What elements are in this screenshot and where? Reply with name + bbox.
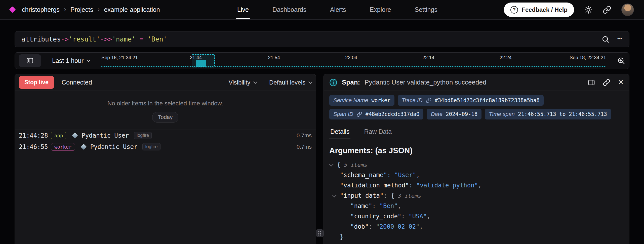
collapse-caret-icon[interactable] (332, 193, 337, 197)
scope-badge: app (51, 132, 66, 139)
span-time: 21:44:28 (19, 132, 51, 139)
tab-details[interactable]: Details (329, 125, 350, 139)
json-separator: : (369, 223, 376, 230)
detail-content: Arguments: (as JSON) {5 items "schema_na… (324, 139, 629, 242)
link-icon (426, 98, 431, 103)
timeline-tick: 22:04 (345, 55, 357, 60)
breadcrumb: christophergs › Projects › example-appli… (22, 6, 160, 14)
open-panel-icon[interactable] (588, 79, 595, 86)
empty-window-message: No older items in the selected time wind… (15, 100, 316, 107)
nav-tab-settings[interactable]: Settings (413, 0, 438, 19)
time-span-badge[interactable]: Time span 21:46:55.713 to 21:46:55.713 (485, 109, 611, 119)
query-segment: -> (61, 35, 69, 43)
time-range-label: Last 1 hour (52, 57, 84, 64)
json-separator: : (383, 192, 391, 199)
detail-header-actions: ✕ (588, 79, 624, 86)
timeline-histogram-bar (196, 60, 206, 67)
json-key: "validation_method" (340, 182, 409, 189)
user-avatar[interactable] (621, 4, 634, 16)
span-duration: 0.7ms (291, 144, 312, 150)
json-key: "input_data" (340, 192, 383, 199)
span-time: 21:46:55 (19, 143, 51, 150)
nav-tab-explore[interactable]: Explore (369, 0, 392, 19)
visibility-dropdown[interactable]: Visibility (229, 79, 257, 86)
query-segment: 'result' (69, 35, 100, 43)
chevron-down-icon (253, 80, 257, 84)
json-line: "name": "Ben", (329, 201, 624, 211)
timeline-strip[interactable]: Sep 18, 21:34:21 21:44 21:54 22:04 22:14… (101, 53, 606, 69)
span-title: Pydantic User (82, 132, 129, 139)
nav-tab-dashboards[interactable]: Dashboards (271, 0, 308, 19)
json-separator: : (372, 202, 380, 210)
search-icon[interactable] (601, 35, 610, 43)
stop-live-button[interactable]: Stop live (19, 76, 54, 89)
logfire-tag: logfire (134, 132, 152, 139)
json-brace: { (391, 192, 394, 199)
json-value: "2000-02-02" (376, 223, 419, 230)
nav-tab-alerts[interactable]: Alerts (329, 0, 347, 19)
info-icon (329, 78, 337, 87)
trace-id-badge[interactable]: Trace ID #34bd8e51d73c3f4c8a189b72338a5b… (398, 95, 544, 106)
close-icon[interactable]: ✕ (618, 79, 624, 86)
json-key: "name" (350, 202, 372, 210)
pydantic-diamond-icon (80, 144, 87, 150)
breadcrumb-projects[interactable]: Projects (70, 6, 93, 13)
breadcrumb-separator: › (97, 6, 100, 14)
span-row[interactable]: 21:44:28 app Pydantic User logfire 0.7ms (15, 130, 316, 141)
arguments-heading: Arguments: (as JSON) (329, 146, 624, 155)
default-levels-label: Default levels (269, 79, 305, 86)
json-viewer: {5 items "schema_name": "User", "validat… (329, 160, 624, 242)
panel-resize-handle[interactable] (316, 229, 324, 237)
timeline-selection[interactable] (192, 54, 215, 67)
more-options-icon[interactable]: ⋯ (617, 34, 623, 45)
badge-value: 21:46:55.713 to 21:46:55.713 (518, 111, 607, 117)
today-button[interactable]: Today (152, 112, 179, 123)
nav-tab-live[interactable]: Live (236, 0, 250, 19)
copy-link-icon[interactable] (603, 79, 610, 86)
sidebar-toggle-button[interactable] (19, 54, 41, 67)
feedback-help-button[interactable]: ? Feedback / Help (504, 3, 574, 17)
breadcrumb-org[interactable]: christophergs (22, 6, 60, 13)
timeline-tick: 22:24 (500, 55, 512, 60)
badge-value: worker (371, 97, 390, 103)
span-row[interactable]: 21:46:55 worker Pydantic User logfire 0.… (15, 141, 316, 152)
scope-badge: worker (51, 143, 75, 151)
json-line: "dob": "2000-02-02", (329, 222, 624, 232)
span-id-badge[interactable]: Span ID #48eb2cdcdc317da0 (329, 109, 423, 119)
time-range-selector[interactable]: Last 1 hour (52, 57, 90, 64)
json-brace: } (340, 233, 343, 240)
timeline-start-label: Sep 18, 21:34:21 (101, 55, 138, 60)
breadcrumb-project[interactable]: example-application (104, 6, 160, 13)
json-line: "validation_method": "validate_python", (329, 180, 624, 191)
live-header-controls: Visibility Default levels (229, 79, 312, 86)
json-value: "Ben" (380, 202, 398, 210)
json-item-count: 3 items (398, 193, 421, 199)
theme-toggle-icon[interactable] (584, 6, 593, 14)
tab-raw-data[interactable]: Raw Data (363, 125, 393, 139)
collapse-caret-icon[interactable] (329, 162, 334, 167)
share-link-icon[interactable] (603, 6, 611, 14)
json-key: "country_code" (350, 213, 401, 220)
json-key: "schema_name" (340, 172, 387, 179)
duration-track (168, 133, 285, 138)
logfire-logo-icon[interactable] (9, 6, 16, 13)
json-comma: , (416, 172, 420, 179)
service-name-badge[interactable]: Service Name worker (329, 95, 394, 106)
timeline-end-label: Sep 18, 22:34:21 (570, 55, 606, 60)
badge-label: Span ID (333, 111, 353, 117)
date-badge[interactable]: Date 2024-09-18 (427, 109, 481, 119)
query-input[interactable]: attributes->'result'->>'name' = 'Ben' ⋯ (15, 31, 629, 47)
badge-value: 2024-09-18 (446, 111, 477, 117)
json-item-count: 5 items (344, 162, 367, 168)
top-navbar: christophergs › Projects › example-appli… (0, 0, 644, 20)
json-key: "dob" (350, 223, 369, 230)
zoom-in-icon[interactable] (617, 57, 625, 65)
badge-label: Time span (489, 111, 515, 117)
logfire-tag: logfire (142, 143, 160, 150)
default-levels-dropdown[interactable]: Default levels (269, 79, 312, 86)
feedback-help-label: Feedback / Help (521, 6, 568, 13)
link-icon (357, 111, 362, 117)
metadata-row: Service Name worker Trace ID #34bd8e51d7… (329, 95, 624, 106)
query-segment: attributes (21, 35, 61, 43)
json-separator: : (409, 182, 416, 189)
